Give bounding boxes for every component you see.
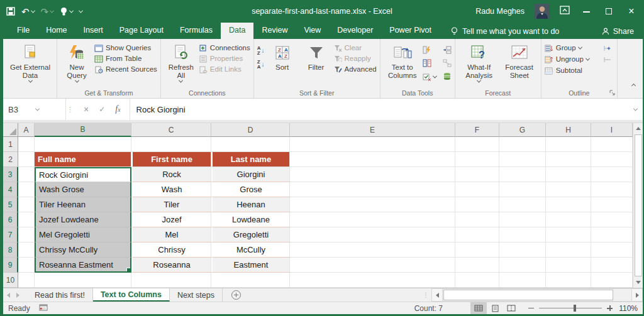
cell[interactable]: [499, 227, 546, 242]
macro-record-icon[interactable]: [39, 304, 48, 313]
cell[interactable]: [290, 258, 455, 273]
cell[interactable]: [591, 273, 633, 288]
hide-detail-icon[interactable]: [603, 56, 611, 63]
row-header-7[interactable]: 7: [3, 227, 18, 242]
scroll-up-button[interactable]: [633, 123, 643, 134]
cell-c9[interactable]: Roseanna: [131, 258, 211, 273]
insert-function-icon[interactable]: fx: [115, 104, 120, 114]
vertical-scroll-thumb[interactable]: [635, 134, 642, 276]
cell[interactable]: [455, 227, 499, 242]
tab-insert[interactable]: Insert: [75, 23, 111, 39]
what-if-analysis-button[interactable]: ? What-If Analysis: [458, 42, 500, 84]
tab-page-layout[interactable]: Page Layout: [111, 23, 172, 39]
active-cell-b3[interactable]: Rock Giorgini: [35, 167, 131, 182]
column-header-a[interactable]: A: [18, 123, 35, 137]
cell[interactable]: [546, 152, 591, 167]
sort-az-button[interactable]: AZ↓: [257, 46, 265, 56]
connections-button[interactable]: Connections: [199, 44, 250, 52]
cell[interactable]: [18, 197, 35, 212]
zoom-level[interactable]: 110%: [618, 304, 638, 313]
cell-d6[interactable]: Lowdeane: [211, 212, 290, 227]
cell[interactable]: [591, 258, 633, 273]
cell[interactable]: [455, 182, 499, 197]
cell[interactable]: [455, 197, 499, 212]
row-header-5[interactable]: 5: [3, 197, 18, 212]
redo-button[interactable]: ↷: [41, 7, 54, 16]
cell[interactable]: [455, 167, 499, 182]
cell-d8[interactable]: McCully: [211, 242, 290, 258]
ribbon-display-options-button[interactable]: [560, 6, 570, 17]
table-header-last-name[interactable]: Last name: [211, 152, 290, 167]
page-layout-view-button[interactable]: [487, 302, 503, 314]
sheet-tab-text-to-columns[interactable]: Text to Columns: [93, 288, 170, 302]
cell[interactable]: [455, 242, 499, 258]
cell-b7[interactable]: Mel Gregoletti: [35, 227, 131, 242]
sort-za-button[interactable]: ZA↓: [257, 60, 265, 70]
cell[interactable]: [499, 258, 546, 273]
recent-sources-button[interactable]: Recent Sources: [94, 65, 157, 74]
avatar[interactable]: [535, 4, 550, 19]
consolidate-icon[interactable]: [443, 46, 452, 55]
cell[interactable]: [131, 137, 211, 152]
scroll-left-button[interactable]: [431, 288, 443, 302]
cell[interactable]: [546, 197, 591, 212]
formula-input[interactable]: Rock Giorgini: [130, 99, 628, 120]
cell[interactable]: [499, 182, 546, 197]
cell[interactable]: [591, 137, 633, 152]
cell[interactable]: [455, 212, 499, 227]
cell[interactable]: [35, 137, 131, 152]
tab-home[interactable]: Home: [38, 23, 75, 39]
show-queries-button[interactable]: Show Queries: [94, 44, 157, 52]
tab-file[interactable]: File: [9, 23, 38, 39]
zoom-out-button[interactable]: [528, 308, 534, 309]
new-sheet-button[interactable]: [231, 290, 241, 300]
column-header-i[interactable]: I: [591, 123, 633, 137]
cell[interactable]: [499, 137, 546, 152]
cell[interactable]: [211, 273, 290, 288]
page-break-preview-button[interactable]: [503, 302, 519, 314]
cell[interactable]: [290, 273, 455, 288]
cell[interactable]: [591, 167, 633, 182]
cell[interactable]: [546, 258, 591, 273]
cell[interactable]: [546, 182, 591, 197]
advanced-filter-button[interactable]: Advanced: [334, 65, 377, 74]
close-button[interactable]: ×: [625, 6, 638, 17]
ungroup-rows-button[interactable]: Ungroup: [545, 55, 611, 63]
sheet-tab-next-steps[interactable]: Next steps: [170, 288, 223, 302]
cell[interactable]: [18, 182, 35, 197]
row-header-8[interactable]: 8: [3, 242, 18, 258]
cell[interactable]: [18, 167, 35, 182]
cancel-entry-icon[interactable]: ×: [84, 104, 89, 114]
collapse-ribbon-button[interactable]: [628, 80, 644, 98]
cell[interactable]: [290, 242, 455, 258]
cell[interactable]: [290, 227, 455, 242]
filter-button[interactable]: Filter: [300, 42, 333, 73]
select-all-corner[interactable]: [3, 123, 18, 137]
cell[interactable]: [18, 273, 35, 288]
cell[interactable]: [455, 258, 499, 273]
cell[interactable]: [18, 212, 35, 227]
tab-view[interactable]: View: [296, 23, 329, 39]
column-header-c[interactable]: C: [131, 123, 211, 137]
cell-c7[interactable]: Mel: [131, 227, 211, 242]
next-sheet-button[interactable]: [16, 293, 19, 298]
get-external-data-button[interactable]: Get External Data: [7, 42, 53, 84]
subtotal-button[interactable]: Subtotal: [545, 67, 611, 75]
splitter-handle[interactable]: ⋮: [420, 291, 431, 298]
cell[interactable]: [455, 137, 499, 152]
cell[interactable]: [290, 197, 455, 212]
cell[interactable]: [131, 273, 211, 288]
new-query-button[interactable]: New Query: [60, 42, 93, 84]
tab-developer[interactable]: Developer: [329, 23, 381, 39]
cell[interactable]: [591, 152, 633, 167]
cell[interactable]: [18, 152, 35, 167]
scroll-right-button[interactable]: [631, 288, 643, 302]
cell[interactable]: [290, 212, 455, 227]
cell[interactable]: [546, 227, 591, 242]
cell-c5[interactable]: Tiler: [131, 197, 211, 212]
cell-d7[interactable]: Gregoletti: [211, 227, 290, 242]
text-to-columns-button[interactable]: Text to Columns: [384, 42, 421, 81]
cell-c6[interactable]: Jozef: [131, 212, 211, 227]
manage-data-model-icon[interactable]: [443, 72, 452, 82]
normal-view-button[interactable]: [470, 302, 487, 314]
